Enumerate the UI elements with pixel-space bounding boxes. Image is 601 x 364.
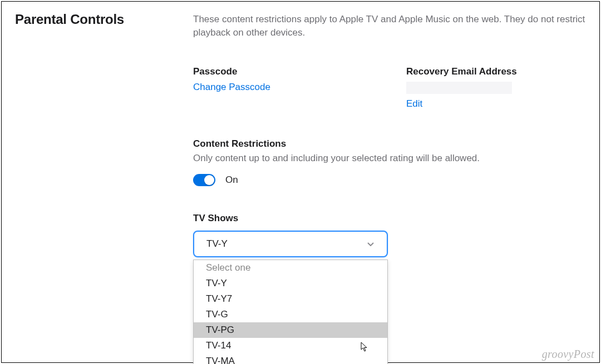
dropdown-option[interactable]: TV-PG: [194, 322, 387, 338]
edit-recovery-link[interactable]: Edit: [406, 98, 586, 109]
tv-shows-section: TV Shows TV-Y Select oneTV-YTV-Y7TV-GTV-…: [193, 213, 586, 364]
change-passcode-link[interactable]: Change Passcode: [193, 82, 373, 93]
dropdown-option[interactable]: TV-Y: [194, 276, 387, 291]
toggle-row: On: [193, 174, 586, 186]
right-column: These content restrictions apply to Appl…: [193, 12, 586, 352]
toggle-state-label: On: [225, 174, 238, 186]
description-text: These content restrictions apply to Appl…: [193, 13, 586, 39]
restrictions-toggle[interactable]: [193, 174, 215, 186]
dropdown-option[interactable]: TV-MA: [194, 353, 387, 364]
tv-shows-label: TV Shows: [193, 213, 586, 224]
content-restrictions-title: Content Restrictions: [193, 138, 586, 149]
tv-shows-dropdown[interactable]: Select oneTV-YTV-Y7TV-GTV-PGTV-14TV-MA: [193, 260, 388, 364]
dropdown-option[interactable]: Select one: [194, 260, 387, 276]
left-column: Parental Controls: [15, 12, 193, 352]
dropdown-option[interactable]: TV-G: [194, 307, 387, 322]
passcode-recovery-row: Passcode Change Passcode Recovery Email …: [193, 66, 586, 109]
chevron-down-icon: [367, 240, 375, 248]
dropdown-option[interactable]: TV-14: [194, 338, 387, 353]
parental-controls-panel: Parental Controls These content restrict…: [1, 1, 600, 363]
page-title: Parental Controls: [15, 12, 193, 27]
watermark-text: groovyPost: [542, 348, 594, 361]
content-restrictions-desc: Only content up to and including your se…: [193, 153, 586, 164]
recovery-group: Recovery Email Address Edit: [406, 66, 586, 109]
recovery-email-redacted: [406, 82, 512, 94]
dropdown-option[interactable]: TV-Y7: [194, 291, 387, 307]
tv-shows-selected-value: TV-Y: [206, 238, 228, 250]
passcode-label: Passcode: [193, 66, 373, 77]
passcode-group: Passcode Change Passcode: [193, 66, 373, 109]
tv-shows-select[interactable]: TV-Y: [193, 231, 388, 257]
recovery-label: Recovery Email Address: [406, 66, 586, 77]
content-restrictions-section: Content Restrictions Only content up to …: [193, 138, 586, 186]
